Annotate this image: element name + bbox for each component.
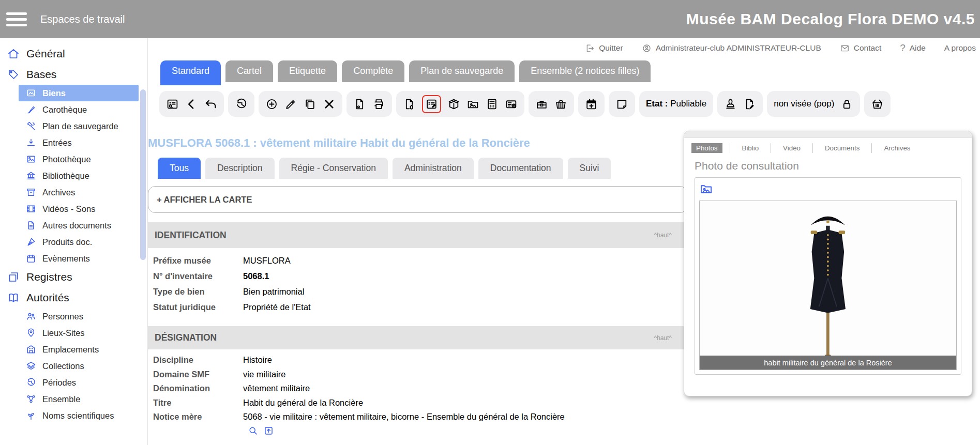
back-to-top-link[interactable]: ^haut^ bbox=[654, 334, 672, 342]
lock-button[interactable] bbox=[840, 98, 853, 111]
sidebar-item-emplacements[interactable]: Emplacements bbox=[19, 341, 139, 358]
sidebar-section-autorites[interactable]: Autorités bbox=[0, 287, 147, 308]
sidebar-section-registres[interactable]: Registres bbox=[0, 267, 147, 287]
sidebar-item-archives[interactable]: Archives bbox=[19, 184, 139, 201]
view-tab-complete[interactable]: Complète bbox=[342, 60, 404, 82]
help-link[interactable]: ?Aide bbox=[900, 42, 926, 54]
media-tab-biblio[interactable]: Biblio bbox=[730, 143, 764, 153]
search-parent-record-button[interactable] bbox=[248, 425, 259, 436]
user-bar: Quitter Administrateur-club ADMINISTRATE… bbox=[147, 41, 976, 55]
undo-arrow-icon bbox=[204, 98, 217, 111]
sidebar-item-phototheque[interactable]: Photothèque bbox=[19, 151, 139, 167]
calendar-add-button[interactable] bbox=[585, 98, 598, 111]
sidebar-item-carotheque[interactable]: Carothèque bbox=[19, 101, 139, 118]
stamp-icon bbox=[724, 98, 737, 111]
toolbar-group-storage bbox=[529, 91, 574, 117]
designation-fields: DisciplineHistoire Domaine SMFvie milita… bbox=[153, 353, 686, 438]
archive-box-icon bbox=[26, 187, 36, 197]
stamp-button[interactable] bbox=[724, 98, 737, 111]
section-title: DÉSIGNATION bbox=[155, 332, 217, 343]
sidebar-item-collections[interactable]: Collections bbox=[19, 358, 139, 374]
sidebar-item-videos-sons[interactable]: Vidéos - Sons bbox=[19, 201, 139, 217]
media-tab-photos[interactable]: Photos bbox=[691, 143, 722, 153]
export-document-button[interactable] bbox=[353, 98, 366, 111]
consultation-photo[interactable]: habit militaire du général de la Rosière bbox=[699, 201, 957, 370]
history-button[interactable] bbox=[235, 98, 248, 111]
contact-link[interactable]: Contact bbox=[840, 43, 881, 53]
media-panel: Photos Biblio Vidéo Documents Archives P… bbox=[684, 131, 972, 396]
package-button[interactable] bbox=[447, 98, 460, 111]
record-tab-administration[interactable]: Administration bbox=[393, 158, 474, 179]
workspace-label[interactable]: Espaces de travail bbox=[40, 13, 125, 25]
media-tab-video[interactable]: Vidéo bbox=[771, 143, 805, 153]
edit-record-button[interactable] bbox=[284, 98, 297, 111]
people-icon bbox=[26, 311, 36, 321]
sidebar-item-plan-de-sauvegarde[interactable]: Plan de sauvegarde bbox=[19, 118, 139, 134]
history-icon bbox=[235, 98, 248, 111]
section-header-identification: IDENTIFICATION ^haut^ bbox=[148, 222, 687, 248]
card-add-button[interactable] bbox=[505, 98, 518, 111]
crate-button[interactable] bbox=[554, 98, 567, 111]
layers-icon bbox=[26, 361, 36, 371]
sidebar-item-lieux-sites[interactable]: Lieux-Sites bbox=[19, 325, 139, 341]
note-button[interactable] bbox=[615, 98, 628, 111]
record-tab-suivi[interactable]: Suivi bbox=[568, 158, 611, 179]
show-map-toggle[interactable]: + AFFICHER LA CARTE bbox=[148, 186, 687, 213]
record-tab-tous[interactable]: Tous bbox=[158, 158, 201, 179]
sidebar-item-evenements[interactable]: Evènements bbox=[19, 250, 139, 267]
record-tab-description[interactable]: Description bbox=[205, 158, 275, 179]
edit-list-button[interactable] bbox=[425, 98, 438, 111]
hamburger-menu-icon[interactable] bbox=[6, 12, 27, 26]
sidebar-item-autres-documents[interactable]: Autres documents bbox=[19, 217, 139, 234]
sidebar-item-personnes[interactable]: Personnes bbox=[19, 308, 139, 325]
print-button[interactable] bbox=[372, 98, 385, 111]
delete-record-button[interactable] bbox=[323, 98, 336, 111]
quit-link[interactable]: Quitter bbox=[585, 43, 623, 53]
toolbox-button[interactable] bbox=[535, 98, 548, 111]
sidebar-section-bases[interactable]: Bases bbox=[0, 64, 147, 85]
user-account-link[interactable]: Administrateur-club ADMINISTRATEUR-CLUB bbox=[642, 43, 821, 53]
previous-record-button[interactable] bbox=[185, 98, 198, 111]
view-tab-ensemble[interactable]: Ensemble (2 notices filles) bbox=[519, 60, 651, 82]
return-button[interactable] bbox=[204, 98, 217, 111]
record-tab-regie-conservation[interactable]: Régie - Conservation bbox=[279, 158, 388, 179]
field-row: N° d'inventaire5068.1 bbox=[153, 268, 686, 284]
printer-icon bbox=[372, 98, 385, 111]
sidebar-item-noms-scientifiques[interactable]: Noms scientifiques bbox=[19, 407, 139, 424]
status-pill: Etat : Publiable bbox=[639, 91, 713, 117]
section-header-designation: DÉSIGNATION ^haut^ bbox=[148, 326, 687, 349]
results-list-button[interactable] bbox=[166, 98, 179, 111]
sidebar-item-bibliotheque[interactable]: Bibliothèque bbox=[19, 167, 139, 184]
sidebar-item-produits-doc[interactable]: Produits doc. bbox=[19, 234, 139, 250]
view-tab-etiquette[interactable]: Etiquette bbox=[278, 60, 337, 82]
sidebar-section-general[interactable]: Général bbox=[0, 43, 147, 64]
view-tab-plan-de-sauvegarde[interactable]: Plan de sauvegarde bbox=[409, 60, 515, 82]
duplicate-record-button[interactable] bbox=[304, 98, 316, 111]
card-plus-icon bbox=[505, 98, 518, 111]
back-to-top-link[interactable]: ^haut^ bbox=[654, 232, 672, 239]
view-tab-cartel[interactable]: Cartel bbox=[225, 60, 273, 82]
media-tab-documents[interactable]: Documents bbox=[812, 143, 864, 153]
open-parent-record-button[interactable] bbox=[263, 425, 274, 436]
view-tabs: Standard Cartel Etiquette Complète Plan … bbox=[160, 60, 651, 82]
sign-button[interactable] bbox=[743, 98, 756, 111]
results-list-icon bbox=[166, 98, 179, 111]
attach-document-button[interactable] bbox=[403, 98, 416, 111]
toolbar-group-output bbox=[346, 91, 392, 117]
photo-caption: habit militaire du général de la Rosière bbox=[700, 356, 956, 370]
new-record-button[interactable] bbox=[265, 98, 278, 111]
sidebar-item-periodes[interactable]: Périodes bbox=[19, 374, 139, 391]
view-tab-standard[interactable]: Standard bbox=[160, 60, 221, 85]
media-tab-archives[interactable]: Archives bbox=[871, 143, 915, 153]
sidebar-scrollbar[interactable] bbox=[140, 89, 146, 260]
sidebar-item-biens[interactable]: Biens bbox=[19, 85, 139, 101]
basket-button[interactable] bbox=[871, 98, 884, 111]
record-tab-documentation[interactable]: Documentation bbox=[478, 158, 563, 179]
sidebar-item-entrees[interactable]: Entrées bbox=[19, 134, 139, 151]
sidebar-item-ensemble[interactable]: Ensemble bbox=[19, 391, 139, 407]
panel-top-strip[interactable] bbox=[684, 131, 972, 138]
about-link[interactable]: A propos bbox=[944, 43, 976, 53]
valuation-button[interactable] bbox=[486, 98, 499, 111]
media-folder-button[interactable] bbox=[466, 98, 479, 111]
add-photo-button[interactable] bbox=[699, 182, 713, 196]
